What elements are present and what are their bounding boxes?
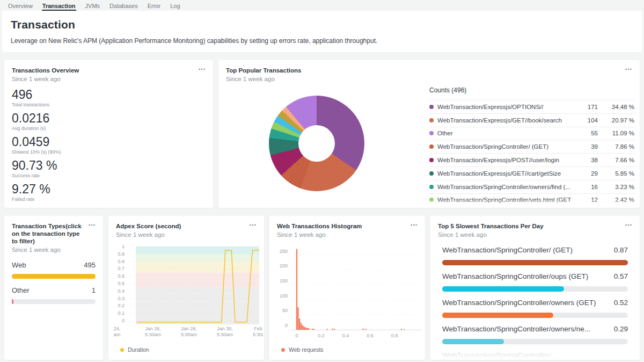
slow-label: WebTransaction/SpringController/owners (…	[442, 299, 596, 307]
slow-label: WebTransaction/SpringController/oups (GE…	[442, 272, 588, 281]
panel-menu-button[interactable]: …	[88, 219, 96, 227]
svg-text:Jan 30,: Jan 30,	[217, 326, 233, 331]
panel-title: Web Transactions Histogram	[269, 216, 425, 230]
panel-timerange: Since 1 week ago	[430, 230, 640, 238]
svg-text:0.2: 0.2	[118, 303, 125, 308]
donut-legend: Counts (496) WebTransaction/Expressjs/OP…	[429, 87, 635, 207]
stat-value: 9.27 %	[12, 183, 61, 196]
legend-pct: 34.48 %	[598, 104, 635, 110]
type-row[interactable]: Other1	[12, 286, 96, 304]
slow-bar-track	[442, 260, 628, 265]
svg-text:5:30am: 5:30am	[217, 332, 233, 337]
panel-timerange: Since 1 week ago	[218, 74, 640, 83]
slow-row: WebTransaction/SpringController/owners/n…	[442, 325, 628, 344]
legend-dot	[429, 131, 434, 135]
svg-text:0.8: 0.8	[118, 259, 125, 264]
tab-overview[interactable]: Overview	[8, 0, 33, 11]
legend-label: Duration	[128, 346, 149, 353]
panel-title: Transactions Overview	[4, 60, 213, 74]
legend-name: WebTransaction/SpringController/ (GET)	[437, 143, 571, 150]
legend-row[interactable]: WebTransaction/Expressjs/GET//book/searc…	[429, 114, 635, 127]
stats-list: 496Total transactions0.0216Avg duration …	[12, 88, 61, 206]
legend-name: Other	[437, 130, 571, 136]
tab-transaction[interactable]: Transaction	[42, 0, 76, 11]
panel-menu-button[interactable]: …	[625, 63, 632, 71]
svg-text:0.4: 0.4	[118, 288, 125, 294]
tab-log[interactable]: Log	[170, 0, 180, 11]
svg-text:Jan 26,: Jan 26,	[145, 326, 161, 331]
legend-count: 55	[571, 130, 598, 136]
panel-top-popular-transactions: Top Popular Transactions Since 1 week ag…	[218, 60, 640, 208]
legend-dot	[429, 158, 434, 162]
svg-text:Jan 28,: Jan 28,	[181, 326, 197, 331]
svg-text:0: 0	[285, 323, 288, 328]
panel-transaction-types: Transaction Types(click on the transacti…	[4, 216, 103, 360]
page-title: Transaction	[2, 11, 642, 31]
type-label: Web	[12, 261, 26, 269]
type-bar-fill	[12, 299, 13, 304]
web-requests-legend-dot	[281, 348, 285, 352]
tab-databases[interactable]: Databases	[109, 0, 138, 11]
type-bars-list: Web495Other1	[12, 261, 96, 312]
svg-text:150: 150	[280, 278, 288, 284]
panel-title: Top 5 Slowest Transactions Per Day	[430, 216, 640, 230]
slow-bar-track	[442, 286, 628, 292]
legend-name: WebTransaction/Expressjs/GET//cart/getSi…	[437, 170, 571, 177]
tab-jvms[interactable]: JVMs	[85, 0, 101, 11]
svg-text:0.2: 0.2	[318, 333, 325, 338]
legend-pct: 20.97 %	[598, 117, 635, 124]
type-row-head: Web495	[12, 261, 96, 269]
panel-menu-button[interactable]: …	[625, 219, 632, 227]
slow-bar-fill	[442, 313, 553, 318]
type-row[interactable]: Web495	[12, 261, 96, 279]
stat-value: 90.73 %	[12, 159, 61, 172]
stat-label: Avg duration (s)	[12, 125, 61, 132]
slow-label: WebTransaction/SpringController/owners/n…	[442, 325, 590, 334]
panel-menu-button[interactable]: …	[198, 63, 206, 71]
svg-text:250: 250	[280, 249, 288, 254]
panel-timerange: Since 1 week ago	[4, 74, 213, 83]
stat-block: 0.0459Slowest 10% (s) (90%)	[12, 135, 61, 155]
legend-name: WebTransaction/Expressjs/GET//book/searc…	[437, 117, 571, 124]
legend-row[interactable]: WebTransaction/SpringController/ (GET)39…	[429, 140, 635, 154]
svg-text:5:30am: 5:30am	[181, 332, 197, 337]
panel-top-5-slowest: Top 5 Slowest Transactions Per Day Since…	[430, 216, 640, 360]
svg-text:0.8: 0.8	[391, 333, 398, 338]
panel-title: Adpex Score (second)	[108, 216, 264, 230]
slow-bar-fill	[442, 260, 628, 265]
panel-transactions-overview: Transactions Overview Since 1 week ago ……	[4, 60, 213, 208]
legend-dot	[429, 171, 434, 176]
slow-value: 0.87	[614, 246, 628, 255]
stat-label: Total transactions	[12, 102, 61, 108]
legend-row[interactable]: WebTransaction/Expressjs/OPTIONS//17134.…	[429, 100, 635, 114]
page-header: Transaction Leverage on New Relic's APM …	[2, 11, 642, 52]
donut-chart[interactable]	[269, 96, 364, 191]
svg-text:0.3: 0.3	[118, 296, 125, 301]
legend-row[interactable]: WebTransaction/SpringController/owners/f…	[429, 180, 635, 194]
slow-bar-fill	[442, 286, 564, 292]
svg-text:0: 0	[295, 333, 298, 338]
legend-name: WebTransaction/SpringController/owners/f…	[437, 184, 571, 190]
slow-label: WebTransaction/SpringController/ (GET)	[442, 246, 573, 255]
svg-text:0.1: 0.1	[118, 310, 125, 316]
page-description: Leverage on New Relic's APM (Application…	[2, 31, 642, 45]
legend-label: Web requests	[289, 346, 324, 353]
panel-menu-button[interactable]: …	[410, 219, 418, 227]
stat-block: 0.0216Avg duration (s)	[12, 112, 61, 132]
tab-error[interactable]: Error	[147, 0, 161, 11]
panel-menu-button[interactable]: …	[249, 219, 257, 227]
legend-row[interactable]: WebTransaction/Expressjs/POST//user/logi…	[429, 154, 635, 167]
list-bottom-fade	[430, 351, 640, 360]
legend-row[interactable]: WebTransaction/Expressjs/GET//cart/getSi…	[429, 167, 635, 180]
legend-pct: 5.85 %	[598, 170, 635, 177]
svg-text:am: am	[114, 332, 121, 337]
legend-bottom-fade	[428, 199, 640, 208]
svg-text:5:30am: 5:30am	[253, 332, 263, 337]
stat-block: 9.27 %Failed rate	[12, 183, 61, 202]
slow-row: WebTransaction/SpringController/ (GET)0.…	[442, 246, 628, 265]
chart-legend: Duration	[120, 346, 149, 353]
tab-bar: OverviewTransactionJVMsDatabasesErrorLog	[8, 0, 181, 11]
legend-dot	[429, 144, 434, 149]
stat-block: 90.73 %Success rate	[12, 159, 61, 179]
legend-row[interactable]: Other5511.09 %	[429, 127, 635, 141]
